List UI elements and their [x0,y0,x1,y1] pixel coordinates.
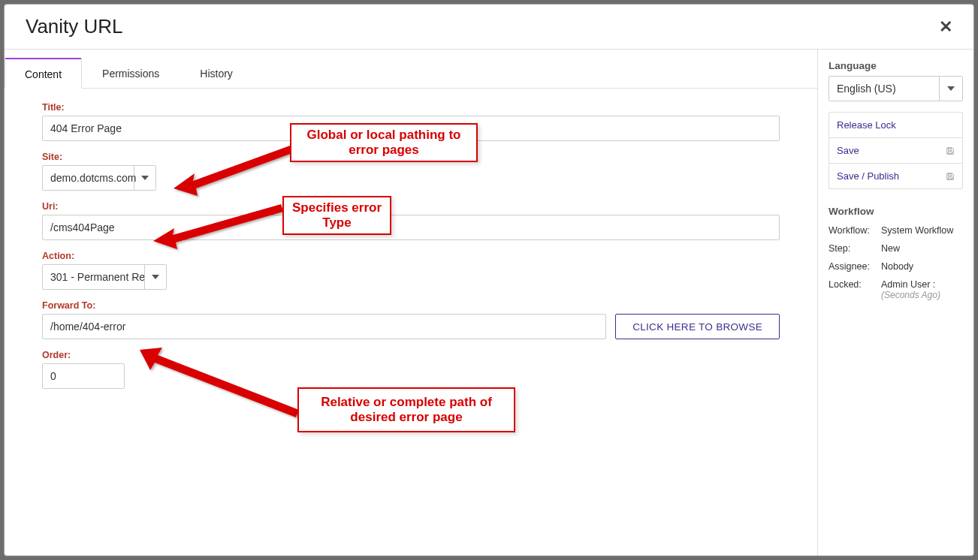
dialog-body: Content Permissions History Title: Site:… [5,49,973,555]
site-value: demo.dotcms.com [43,166,134,190]
forward-label: Forward To: [42,300,780,311]
order-label: Order: [42,350,780,360]
action-label: Action: [42,251,780,261]
locked-label: Locked: [829,279,881,290]
order-input[interactable] [42,363,125,389]
dialog-header: Vanity URL ✕ [5,5,973,49]
caret-down-icon[interactable] [940,77,962,101]
language-select[interactable]: English (US) [829,76,963,101]
annotation-error-type: Specifies error Type [282,196,391,235]
order-field-group: Order: [42,350,780,389]
workflow-label: Workflow: [829,225,881,236]
uri-label: Uri: [42,201,780,212]
save-icon [946,172,955,181]
locked-value-block: Admin User : (Seconds Ago) [881,279,940,300]
locked-sub: (Seconds Ago) [881,290,940,300]
uri-input[interactable] [42,215,780,240]
workflow-value: System Workflow [881,225,953,236]
annotation-pathing: Global or local pathing to error pages [290,123,478,162]
action-value: 301 - Permanent Redirect [43,265,145,289]
release-lock-label: Release Lock [837,119,896,131]
site-select[interactable]: demo.dotcms.com [42,165,156,191]
uri-field-group: Uri: [42,201,780,240]
step-row: Step: New [829,239,963,257]
sidebar-action-list: Release Lock Save Save / Publish [829,112,963,189]
forward-row: CLICK HERE TO BROWSE [42,314,780,339]
workflow-row: Workflow: System Workflow [829,221,963,239]
tab-history[interactable]: History [180,58,253,89]
workflow-heading: Workflow [829,206,963,217]
title-label: Title: [42,102,780,113]
save-publish-button[interactable]: Save / Publish [829,164,962,188]
action-field-group: Action: 301 - Permanent Redirect [42,251,780,290]
locked-value: Admin User : [881,279,940,290]
caret-down-icon[interactable] [145,265,166,289]
main-column: Content Permissions History Title: Site:… [5,50,817,555]
save-label: Save [837,145,859,156]
tab-permissions[interactable]: Permissions [82,58,180,89]
assignee-value: Nobody [881,261,913,272]
forward-field-group: Forward To: CLICK HERE TO BROWSE [42,300,780,339]
browse-button[interactable]: CLICK HERE TO BROWSE [615,314,780,339]
forward-input[interactable] [42,314,606,339]
vanity-url-dialog: Vanity URL ✕ Content Permissions History… [4,4,974,556]
action-select[interactable]: 301 - Permanent Redirect [42,264,167,290]
tab-bar: Content Permissions History [5,57,817,89]
language-value: English (US) [829,77,940,101]
close-icon[interactable]: ✕ [936,17,955,37]
save-publish-label: Save / Publish [837,170,899,182]
dialog-title: Vanity URL [26,15,123,38]
assignee-label: Assignee: [829,261,881,272]
step-value: New [881,243,900,254]
assignee-row: Assignee: Nobody [829,257,963,275]
tab-content[interactable]: Content [5,58,82,89]
release-lock-button[interactable]: Release Lock [829,113,962,138]
caret-down-icon[interactable] [134,166,155,190]
language-heading: Language [829,60,963,71]
step-label: Step: [829,243,881,254]
sidebar: Language English (US) Release Lock Save … [817,50,973,555]
annotation-relative-path: Relative or complete path of desired err… [297,387,515,432]
save-icon [946,146,955,155]
save-button[interactable]: Save [829,138,962,164]
locked-row: Locked: Admin User : (Seconds Ago) [829,275,963,304]
